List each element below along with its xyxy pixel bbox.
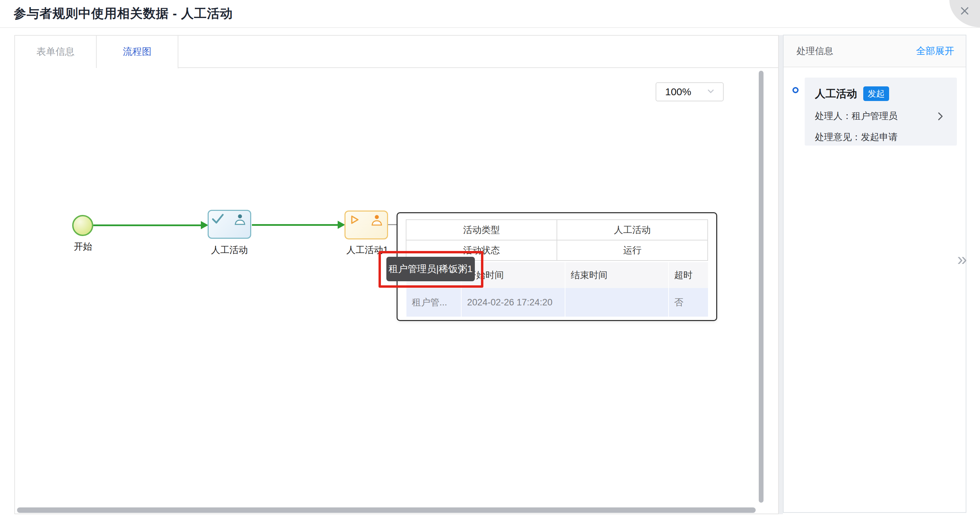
cell-end-time <box>565 288 668 317</box>
flow-canvas[interactable]: 100% 开始 人工活动 <box>15 69 778 514</box>
opinion-row: 处理意见：发起申请 <box>815 131 947 143</box>
step-title: 人工活动 <box>815 87 857 101</box>
panel-header: 处理信息 全部展开 <box>784 35 966 67</box>
click-highlight-annotation <box>379 251 484 288</box>
play-icon <box>348 214 361 227</box>
timeline-dot <box>792 87 799 93</box>
cell-handler: 租户管... <box>406 288 461 317</box>
panel-collapse-icon[interactable]: » <box>957 250 967 268</box>
info-label: 活动类型 <box>406 220 557 240</box>
title-bar: 参与者规则中使用相关数据 - 人工活动 <box>0 0 980 28</box>
chevron-right-icon[interactable] <box>934 111 946 124</box>
page-title: 参与者规则中使用相关数据 - 人工活动 <box>14 0 233 27</box>
tab-form-info[interactable]: 表单信息 <box>15 36 97 68</box>
cell-start-time: 2024-02-26 17:24:20 <box>461 288 565 317</box>
vertical-scrollbar[interactable] <box>759 71 764 503</box>
modal-window: 参与者规则中使用相关数据 - 人工活动 表单信息 流程图 100% 开始 <box>0 0 980 520</box>
horizontal-scrollbar[interactable] <box>17 507 756 513</box>
panel-divider <box>779 35 783 514</box>
flow-node-activity1[interactable] <box>208 210 251 239</box>
expand-all-link[interactable]: 全部展开 <box>916 44 954 57</box>
column-header: 结束时间 <box>565 262 668 288</box>
zoom-level-value: 100% <box>665 86 691 98</box>
main-content-card: 表单信息 流程图 100% 开始 <box>14 35 779 514</box>
table-row: 活动类型 人工活动 <box>406 220 708 240</box>
table-row: 租户管... 2024-02-26 17:24:20 否 <box>406 288 708 317</box>
panel-title: 处理信息 <box>797 45 833 57</box>
zoom-level-dropdown[interactable]: 100% <box>655 82 724 101</box>
flow-edge-arrowhead <box>338 221 345 229</box>
info-value: 运行 <box>557 240 708 260</box>
flow-node-activity1-label: 人工活动 <box>205 244 253 256</box>
tab-bar: 表单信息 流程图 <box>15 36 778 68</box>
flow-node-start-label: 开始 <box>70 241 97 253</box>
person-icon <box>369 213 384 229</box>
tab-flow-diagram[interactable]: 流程图 <box>97 36 178 69</box>
opinion-text: 处理意见：发起申请 <box>815 132 897 142</box>
chevron-down-icon <box>705 86 716 98</box>
close-button[interactable] <box>949 0 980 27</box>
status-badge: 发起 <box>863 86 889 101</box>
cell-timeout: 否 <box>668 288 708 317</box>
person-icon <box>232 212 247 228</box>
flow-edge-start-to-activity1 <box>93 225 202 226</box>
flow-edge-activity1-to-activity2 <box>252 224 338 226</box>
handler-row: 处理人：租户管理员 <box>815 110 947 122</box>
processing-info-panel: 处理信息 全部展开 人工活动 发起 处理人：租户管理员 处理意见：发起申请 <box>783 35 966 513</box>
check-icon <box>212 213 224 226</box>
handler-text: 处理人：租户管理员 <box>815 111 897 121</box>
info-value: 人工活动 <box>557 220 708 240</box>
flow-node-start[interactable] <box>72 215 93 236</box>
process-step-card: 人工活动 发起 处理人：租户管理员 处理意见：发起申请 <box>805 78 957 146</box>
popup-connector-line <box>387 224 398 225</box>
flow-edge-arrowhead <box>201 221 208 229</box>
column-header: 超时 <box>668 262 708 288</box>
flow-node-activity2[interactable] <box>344 211 388 239</box>
